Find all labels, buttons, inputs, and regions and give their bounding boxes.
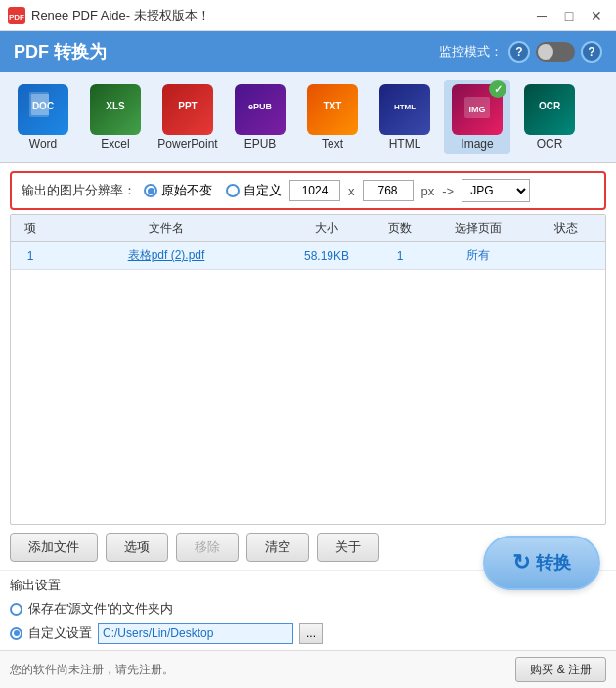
resolution-bar: 输出的图片分辨率： 原始不变 自定义 x px -> JPG PNG BMP — [10, 171, 606, 210]
ppt-icon: PPT — [172, 92, 203, 127]
html-label: HTML — [389, 137, 421, 150]
html-icon-box: HTML — [379, 84, 430, 135]
res-original-label: 原始不变 — [161, 182, 212, 199]
clear-button[interactable]: 清空 — [246, 533, 309, 562]
about-button[interactable]: 关于 — [317, 533, 379, 562]
text-label: Text — [322, 137, 343, 150]
excel-icon: XLS — [100, 92, 131, 127]
svg-text:DOC: DOC — [32, 101, 54, 111]
main-content: 输出的图片分辨率： 原始不变 自定义 x px -> JPG PNG BMP — [0, 163, 616, 688]
cell-pages: 1 — [371, 247, 429, 264]
format-text[interactable]: TXT Text — [299, 80, 366, 154]
ocr-label: OCR — [537, 137, 563, 150]
res-custom-radio[interactable] — [226, 184, 240, 197]
resolution-options: 原始不变 自定义 — [144, 182, 282, 199]
main-window: PDF 转换为 监控模式： ? ? DOC Word X — [0, 31, 616, 688]
image-label: Image — [461, 137, 493, 150]
buy-button[interactable]: 购买 & 注册 — [515, 657, 606, 682]
convert-button[interactable]: ↻ 转换 — [483, 536, 600, 590]
epub-icon: ePUB — [244, 92, 276, 127]
output-custom-radio[interactable] — [10, 627, 22, 640]
window-title: Renee PDF Aide- 未授权版本！ — [31, 7, 210, 24]
col-index: 项 — [11, 220, 50, 236]
svg-text:ePUB: ePUB — [248, 102, 273, 111]
epub-label: EPUB — [244, 137, 277, 150]
maximize-button[interactable]: □ — [557, 6, 581, 25]
res-original-option[interactable]: 原始不变 — [144, 182, 212, 199]
cell-filename[interactable]: 表格pdf (2).pdf — [50, 247, 283, 264]
file-table: 项 文件名 大小 页数 选择页面 状态 1 表格pdf (2).pdf 58.1… — [10, 214, 606, 525]
title-bar: PDF Renee PDF Aide- 未授权版本！ ─ □ ✕ — [0, 0, 616, 31]
output-options: 保存在'源文件'的文件夹内 自定义设置 ... — [10, 600, 606, 644]
ppt-icon-box: PPT — [162, 84, 213, 135]
word-icon: DOC — [27, 92, 59, 127]
format-row: DOC Word XLS Excel PPT PowerPoint — [0, 72, 616, 163]
res-height-input[interactable] — [363, 180, 414, 201]
excel-label: Excel — [101, 137, 129, 150]
monitor-label: 监控模式： — [439, 43, 503, 61]
epub-icon-box: ePUB — [235, 84, 286, 135]
help-icon[interactable]: ? — [581, 41, 602, 63]
col-pages: 页数 — [371, 220, 429, 236]
output-path-input[interactable] — [98, 623, 293, 644]
html-icon: HTML — [389, 92, 420, 127]
svg-text:HTML: HTML — [394, 103, 416, 111]
format-image[interactable]: IMG ✓ Image — [444, 80, 510, 154]
output-source-label: 保存在'源文件'的文件夹内 — [28, 600, 173, 618]
options-button[interactable]: 选项 — [106, 533, 168, 562]
minimize-button[interactable]: ─ — [530, 6, 553, 25]
image-icon: IMG — [462, 92, 493, 127]
cell-index: 1 — [11, 247, 50, 264]
svg-text:PPT: PPT — [178, 101, 197, 111]
toggle-knob — [538, 44, 553, 60]
active-badge: ✓ — [489, 80, 506, 98]
convert-label: 转换 — [536, 551, 571, 575]
res-width-input[interactable] — [289, 180, 340, 201]
remove-button[interactable]: 移除 — [176, 533, 239, 562]
convert-icon: ↻ — [512, 550, 530, 576]
format-ppt[interactable]: PPT PowerPoint — [154, 80, 221, 154]
table-header: 项 文件名 大小 页数 选择页面 状态 — [11, 215, 605, 242]
format-ocr[interactable]: OCR OCR — [516, 80, 583, 154]
monitor-toggle[interactable] — [536, 42, 575, 62]
col-select-pages: 选择页面 — [429, 220, 527, 236]
res-original-radio[interactable] — [144, 184, 157, 197]
table-row[interactable]: 1 表格pdf (2).pdf 58.19KB 1 所有 — [11, 242, 605, 270]
word-icon-box: DOC — [18, 84, 68, 135]
browse-button[interactable]: ... — [299, 623, 323, 644]
output-custom-option[interactable]: 自定义设置 ... — [10, 623, 606, 644]
col-status: 状态 — [527, 220, 605, 236]
format-excel[interactable]: XLS Excel — [82, 80, 149, 154]
res-custom-option[interactable]: 自定义 — [226, 182, 282, 199]
res-arrow: -> — [442, 184, 454, 198]
format-epub[interactable]: ePUB EPUB — [227, 80, 293, 154]
col-size: 大小 — [283, 220, 371, 236]
add-file-button[interactable]: 添加文件 — [10, 533, 98, 562]
title-bar-left: PDF Renee PDF Aide- 未授权版本！ — [8, 7, 210, 24]
status-bar: 您的软件尚未注册，请先注册。 购买 & 注册 — [0, 650, 616, 688]
resolution-label: 输出的图片分辨率： — [22, 182, 136, 199]
format-html[interactable]: HTML HTML — [372, 80, 438, 154]
text-icon-box: TXT — [307, 84, 358, 135]
output-source-radio[interactable] — [10, 603, 22, 616]
svg-text:PDF: PDF — [9, 13, 24, 22]
res-format-select[interactable]: JPG PNG BMP TIFF — [462, 179, 530, 202]
text-icon: TXT — [317, 92, 348, 127]
cell-select-pages[interactable]: 所有 — [429, 247, 527, 264]
svg-text:TXT: TXT — [324, 101, 342, 111]
svg-text:OCR: OCR — [539, 101, 561, 111]
close-button[interactable]: ✕ — [585, 6, 608, 25]
col-filename: 文件名 — [50, 220, 283, 236]
status-text: 您的软件尚未注册，请先注册。 — [10, 662, 174, 678]
ocr-icon: OCR — [534, 92, 565, 127]
res-unit-label: px — [421, 184, 435, 198]
cell-size: 58.19KB — [283, 247, 371, 264]
top-bar: PDF 转换为 监控模式： ? ? — [0, 31, 616, 72]
output-source-option[interactable]: 保存在'源文件'的文件夹内 — [10, 600, 606, 618]
monitor-help-icon[interactable]: ? — [508, 41, 530, 63]
ocr-icon-box: OCR — [524, 84, 575, 135]
svg-text:XLS: XLS — [106, 101, 125, 111]
monitor-area: 监控模式： ? ? — [439, 41, 602, 63]
res-x-label: x — [348, 184, 355, 198]
format-word[interactable]: DOC Word — [10, 80, 76, 154]
